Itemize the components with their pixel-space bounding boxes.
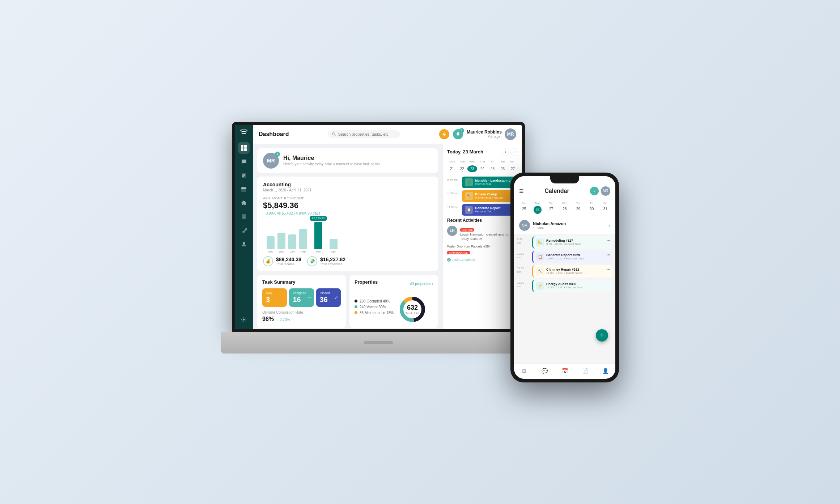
search-bar[interactable] <box>328 130 400 138</box>
phone-user-avatar-small: NA <box>519 220 530 231</box>
phone-nav-chat[interactable]: 💬 <box>539 367 550 375</box>
completed-tag: Task Completed <box>447 258 475 262</box>
sidebar-icon-calendar[interactable] <box>238 183 250 195</box>
phone-notification[interactable]: 2 <box>590 187 599 195</box>
cal-next-btn[interactable]: › <box>510 148 518 156</box>
accounting-card: Accounting March 1, 2020 - April 31, 202… <box>257 177 438 271</box>
sidebar-icon-tools[interactable] <box>238 225 250 236</box>
lightning-notification[interactable] <box>439 129 449 139</box>
sidebar-icon-properties[interactable] <box>238 197 250 209</box>
lightning-icon <box>442 132 446 137</box>
cal-header-fri: Fri <box>487 159 497 164</box>
sidebar-icon-reports[interactable] <box>238 170 250 181</box>
svg-rect-1 <box>244 145 247 148</box>
phone-event-chimney-subtitle: 11:00 - 11:30 • Maintenance... <box>546 271 585 275</box>
bar-label-apr: Apr <box>331 250 335 253</box>
phone-event-chimney[interactable]: 🔧 Chimney Repair #332 11:00 - 11:30 • Ma… <box>532 265 612 278</box>
cal-prev-btn[interactable]: ‹ <box>502 148 509 156</box>
task-stat-new: New 3 <box>262 288 287 307</box>
maintenance-tag: MAINTENANCE <box>447 251 470 254</box>
properties-header: Properties All properties › <box>355 279 433 288</box>
phone-cal-day-29[interactable]: 29 <box>572 206 585 214</box>
phone-event-energy[interactable]: ⚡ Energy Audits #339 11:30 - 12:00 • Int… <box>532 280 612 292</box>
phone-cal-day-27[interactable]: 27 <box>545 206 557 214</box>
phone-nav-calendar[interactable]: 📅 <box>559 367 570 375</box>
header-avatar: MR <box>505 128 516 140</box>
properties-content: 298 Occupied 48% 249 Vacant 39% <box>355 292 433 324</box>
vacant-text: 249 Vacant 39% <box>360 305 386 309</box>
time-label-1: 9:30 am <box>447 178 460 181</box>
phone-cal-days: 25 26 27 28 29 30 31 <box>518 206 612 214</box>
phone-event-menu-3[interactable]: ••• <box>606 267 610 271</box>
phone-event-remodeling[interactable]: 📐 Remodeling #327 9:30 - 10:00 • Interna… <box>532 236 612 249</box>
cal-day-23[interactable]: 23 <box>467 165 477 172</box>
task-assigned-label: Assigned <box>293 291 310 295</box>
event-clamp[interactable]: 🔧 Broken Clamp Maintenance Request <box>462 190 518 202</box>
phone-event-generate[interactable]: 📋 Generate Report #329 10:00 - 10:30 • P… <box>532 251 612 263</box>
dashboard-body: MR 2 Hi, Maurice Here's your activity to… <box>253 144 522 329</box>
sidebar-icon-users[interactable] <box>238 238 250 250</box>
activity-maintenance: Water Drip from Faucets #284 MAINTENANCE <box>447 244 518 255</box>
phone-nav-doc[interactable]: 📄 <box>580 367 590 375</box>
user-details: Maurice Robbins Manager <box>467 130 502 139</box>
phone-time-2: 10:00am <box>517 251 530 263</box>
welcome-badge: 2 <box>275 152 280 157</box>
phone-events-list: 9:30am 📐 Remodeling #327 9:30 - 10:00 • … <box>514 234 615 363</box>
calendar-nav: ‹ › <box>502 148 518 156</box>
activity-text-1: New Task Logan Harrington created new m.… <box>460 226 510 241</box>
welcome-text: Hi, Maurice Here's your activity today, … <box>283 155 381 166</box>
event-report-title: Generate Report <box>475 206 501 210</box>
phone-user-chevron[interactable]: › <box>608 223 610 228</box>
phone-cal-header-sat: Sat <box>599 202 612 204</box>
user-info: Maurice Robbins Manager MR <box>467 128 516 140</box>
phone-cal-day-25[interactable]: 25 <box>518 206 530 214</box>
phone-event-remodeling-title: Remodeling #327 <box>546 239 581 242</box>
phone-cal-day-28[interactable]: 28 <box>558 206 571 214</box>
event-icon-report: 📋 <box>465 206 473 214</box>
cal-days: 21 22 23 24 25 26 27 <box>447 165 518 172</box>
main-content: Dashboard <box>253 125 522 329</box>
phone-cal-day-31[interactable]: 31 <box>599 206 612 214</box>
phone-cal-day-30[interactable]: 30 <box>585 206 598 214</box>
hamburger-icon[interactable]: ☰ <box>519 188 524 194</box>
cal-day-21[interactable]: 21 <box>447 165 457 172</box>
phone-event-remodeling-subtitle: 9:30 - 10:00 • Internal Task <box>546 242 581 246</box>
all-properties-link[interactable]: All properties › <box>410 282 433 286</box>
cal-day-27[interactable]: 27 <box>508 165 518 172</box>
sidebar-icon-messages[interactable] <box>238 156 250 168</box>
cal-day-24[interactable]: 24 <box>478 165 487 172</box>
cal-day-22[interactable]: 22 <box>457 165 467 172</box>
cal-day-26[interactable]: 26 <box>498 165 508 172</box>
total-expenses-value: $16,237.82 <box>320 257 345 262</box>
maintenance-text: 85 Maintenance 13% <box>360 311 394 315</box>
phone-fab-button[interactable]: + <box>596 329 608 342</box>
bell-notification[interactable]: 2 <box>453 129 463 139</box>
sidebar-icon-settings[interactable] <box>238 314 250 325</box>
phone-cal-day-26[interactable]: 26 <box>534 206 542 214</box>
phone-nav-grid[interactable]: ⊞ <box>519 367 530 375</box>
search-input[interactable] <box>338 132 396 136</box>
sidebar-icon-dashboard[interactable] <box>238 142 250 154</box>
occupied-dot <box>355 300 357 302</box>
phone-event-menu-2[interactable]: ••• <box>606 253 610 257</box>
total-income-details: $89,240.38 Total Income <box>276 257 301 266</box>
event-slot-1: 9:30 am 🌿 Monthly - Landscaping Internal… <box>447 177 518 188</box>
total-expenses-item: 💸 $16,237.82 Total Expenses <box>307 256 345 266</box>
event-slot-3: 11:00 am 📋 Generate Report Personal Tak <box>447 204 518 216</box>
phone-user-text: Nicholas Amazon 4 hours <box>533 221 566 229</box>
sidebar-icon-invoices[interactable] <box>238 211 250 223</box>
activity-tag-1: New Task <box>460 228 474 232</box>
cal-header-sat: Sat <box>497 159 508 164</box>
search-icon <box>332 132 336 136</box>
laptop-body: Dashboard <box>232 122 525 332</box>
event-clamp-title: Broken Clamp <box>475 192 503 196</box>
chart-bar-apr: Apr <box>330 239 338 253</box>
event-landscaping[interactable]: 🌿 Monthly - Landscaping Internal Task <box>462 177 518 188</box>
event-landscaping-subtitle: Internal Task <box>475 182 510 186</box>
phone-nav-person[interactable]: 👤 <box>600 367 611 375</box>
maintenance-dot <box>355 311 357 314</box>
event-report-details: Generate Report Personal Tak <box>475 206 501 213</box>
phone-event-menu-1[interactable]: ••• <box>606 238 610 242</box>
cal-day-25[interactable]: 25 <box>488 165 497 172</box>
event-report[interactable]: 📋 Generate Report Personal Tak <box>462 204 518 216</box>
